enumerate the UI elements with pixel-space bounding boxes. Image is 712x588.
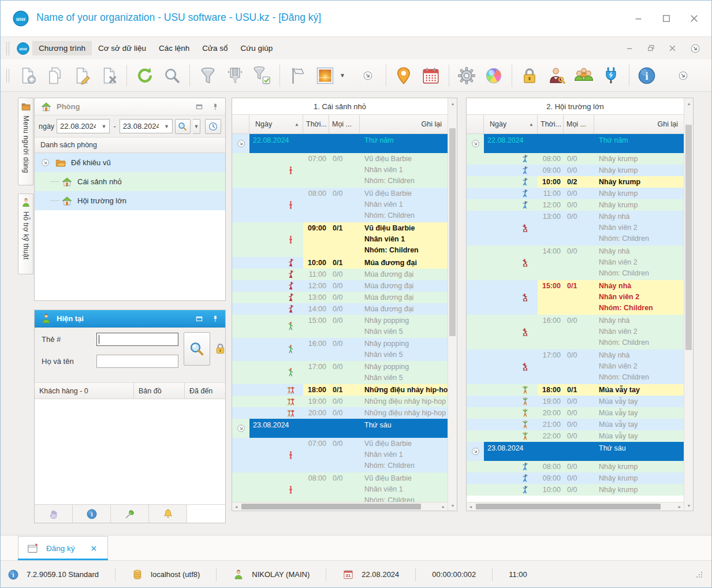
column-arrived[interactable]: Đã đến	[185, 383, 225, 399]
schedule-row[interactable]: 20:000/0Múa vẫy tay	[467, 407, 684, 419]
schedule-row[interactable]: 09:000/0Nhảy krump	[467, 472, 684, 484]
panel-pin-icon[interactable]	[211, 315, 219, 323]
toolbar-doc-edit-button[interactable]	[68, 62, 95, 90]
tree-item-2[interactable]: Hội trường lớn	[35, 191, 225, 210]
sidebar-tab-tech-support[interactable]: Hỗ trợ kỹ thuật	[18, 193, 33, 274]
schedule-row[interactable]: 08:000/0Nhảy krump	[467, 461, 684, 472]
schedule-row[interactable]: 07:000/0Vũ điệu BarbieNhân viên 1Nhóm: C…	[232, 438, 448, 472]
mdi-minimize-icon[interactable]	[625, 44, 634, 53]
column-date[interactable]: Ngày▲	[484, 115, 538, 133]
search-dropdown-button[interactable]: ▼	[193, 119, 201, 134]
column-time[interactable]: Thời...	[538, 115, 564, 133]
toolbar-filter-button[interactable]	[194, 62, 221, 90]
column-map[interactable]: Bản đồ	[134, 383, 185, 399]
horizontal-scrollbar[interactable]: ◄ ►	[467, 502, 684, 511]
schedule-row[interactable]: 20:000/0Những điệu nhảy hip-hop	[232, 407, 448, 419]
column-people[interactable]: Mọi ...	[329, 115, 360, 133]
toolbar-filter-check-button[interactable]	[248, 62, 275, 90]
schedule-row[interactable]: 09:000/0Nhảy krump	[467, 165, 684, 176]
clock-button[interactable]	[205, 119, 221, 134]
toolbar-flag-button[interactable]	[284, 62, 311, 90]
card-number-input[interactable]	[96, 333, 178, 346]
toolbar-refresh-button[interactable]	[131, 62, 158, 90]
toolbar-colors-button[interactable]	[480, 62, 508, 90]
mdi-more-icon[interactable]	[689, 43, 701, 54]
toolbar-chevron-circle-button[interactable]	[670, 62, 697, 90]
schedule-group-row[interactable]: 22.08.2024Thứ năm	[467, 134, 684, 153]
menu-item-cửa-sổ[interactable]: Cửa sổ	[196, 41, 234, 55]
scrollbar-thumb[interactable]	[685, 125, 692, 350]
toolbar-plug-button[interactable]	[598, 62, 625, 90]
toolbar-chevron-circle-button[interactable]	[355, 62, 382, 90]
toolbar-doc-delete-button[interactable]	[95, 62, 122, 90]
tree-item-0[interactable]: Để khiêu vũ	[35, 153, 225, 172]
schedule-row[interactable]: 10:000/0Nhảy krump	[467, 484, 684, 496]
scrollbar-thumb[interactable]	[476, 504, 661, 509]
chevron-down-icon[interactable]: ▼	[340, 72, 345, 79]
menu-item-cơ-sở-dữ-liệu[interactable]: Cơ sở dữ liệu	[92, 41, 152, 55]
client-search-button[interactable]	[184, 332, 210, 366]
vertical-scrollbar[interactable]: ▲ ▼	[684, 98, 693, 511]
schedule-row[interactable]: 16:000/0Nhảy nhàNhân viên 2Nhóm: Childre…	[467, 315, 684, 349]
tree-item-1[interactable]: Cái sảnh nhỏ	[35, 172, 225, 191]
schedule-row[interactable]: 08:000/0Vũ điệu BarbieNhân viên 1Nhóm: C…	[232, 472, 448, 502]
toolbar-settings-button[interactable]	[453, 62, 480, 90]
schedule-row[interactable]: 17:000/0Nhảy poppingNhân viên 5	[232, 361, 448, 384]
toolbar-map-pin-button[interactable]	[390, 62, 417, 90]
mdi-close-icon[interactable]	[668, 44, 677, 53]
schedule-group-row[interactable]: 23.08.2024Thứ sáu	[467, 442, 684, 461]
schedule-row[interactable]: 19:000/0Múa vẫy tay	[467, 396, 684, 407]
schedule-row[interactable]: 14:000/0Nhảy nhàNhân viên 2Nhóm: Childre…	[467, 245, 684, 280]
close-icon[interactable]	[688, 13, 700, 24]
schedule-row[interactable]: 10:000/1Múa đương đại	[232, 257, 448, 269]
column-record[interactable]: Ghi lại	[360, 115, 448, 133]
menu-item-các-lệnh[interactable]: Các lệnh	[152, 41, 196, 55]
resize-grip[interactable]	[694, 570, 704, 580]
schedule-row[interactable]: 14:000/0Múa đương đại	[232, 303, 448, 315]
schedule-row[interactable]: 09:000/1Vũ điệu BarbieNhân viên 1Nhóm: C…	[232, 222, 448, 257]
tab-dang-ky[interactable]: Đăng ký	[18, 536, 108, 560]
schedule-row[interactable]: 08:000/0Vũ điệu BarbieNhân viên 1Nhóm: C…	[232, 188, 448, 222]
toolbar-info-circle-button[interactable]: i	[633, 62, 661, 90]
schedule-row[interactable]: 16:000/0Nhảy poppingNhân viên 5	[232, 338, 448, 361]
room-list-header[interactable]: Danh sách phòng	[35, 137, 225, 153]
minimize-icon[interactable]	[633, 13, 644, 24]
schedule-row[interactable]: 18:000/1Múa vẫy tay	[467, 384, 684, 396]
date-from-combo[interactable]: 22.08.2024 ▼	[57, 119, 110, 133]
panel-restore-icon[interactable]	[195, 315, 203, 323]
menu-item-chương-trình[interactable]: Chương trình	[32, 41, 92, 55]
schedule-row[interactable]: 12:000/0Nhảy krump	[467, 199, 684, 211]
toolbar-grip[interactable]	[6, 42, 9, 55]
menu-logo-icon[interactable]: usu	[16, 42, 30, 55]
schedule-row[interactable]: 07:000/0Vũ điệu BarbieNhân viên 1Nhóm: C…	[232, 153, 448, 188]
schedule-row[interactable]: 15:000/0Nhảy poppingNhân viên 5	[232, 315, 448, 338]
schedule-row[interactable]: 10:000/2Nhảy krump	[467, 176, 684, 188]
date-to-combo[interactable]: 23.08.2024 ▼	[120, 119, 173, 133]
info-circle-button[interactable]: i	[73, 505, 111, 523]
schedule-row[interactable]: 18:000/1Những điệu nhảy hip-hop	[232, 384, 448, 396]
toolbar-grip[interactable]	[6, 69, 9, 83]
schedule-row[interactable]: 08:000/0Nhảy krump	[467, 153, 684, 165]
toolbar-search-button[interactable]	[158, 62, 185, 90]
toolbar-calendar-button[interactable]	[417, 62, 445, 90]
toolbar-user-key-button[interactable]	[543, 62, 571, 90]
sidebar-tab-user-menu[interactable]: Menu người dùng	[18, 98, 33, 185]
bell-button[interactable]	[149, 505, 187, 523]
schedule-row[interactable]: 13:000/0Múa đương đại	[232, 292, 448, 303]
toolbar-lock-button[interactable]	[516, 62, 543, 90]
schedule-row[interactable]: 11:000/0Nhảy krump	[467, 188, 684, 199]
toolbar-doc-copy-button[interactable]	[41, 62, 68, 90]
menu-item-cứu-giúp[interactable]: Cứu giúp	[234, 41, 279, 55]
panel-pin-icon[interactable]	[211, 103, 219, 111]
schedule-group-row[interactable]: 23.08.2024Thứ sáu	[232, 419, 448, 438]
pushpin-button[interactable]	[111, 505, 149, 523]
full-name-input[interactable]	[96, 355, 178, 368]
schedule-row[interactable]: 15:000/1Nhảy nhàNhân viên 2Nhóm: Childre…	[467, 280, 684, 315]
toolbar-filter-layout-button[interactable]	[221, 62, 248, 90]
column-customers[interactable]: Khách hàng - 0	[35, 383, 134, 399]
column-date[interactable]: Ngày▲	[249, 115, 303, 133]
scrollbar-thumb[interactable]	[449, 128, 456, 336]
toolbar-users-button[interactable]	[571, 62, 598, 90]
column-time[interactable]: Thời...	[303, 115, 329, 133]
column-people[interactable]: Mọi ...	[564, 115, 594, 133]
